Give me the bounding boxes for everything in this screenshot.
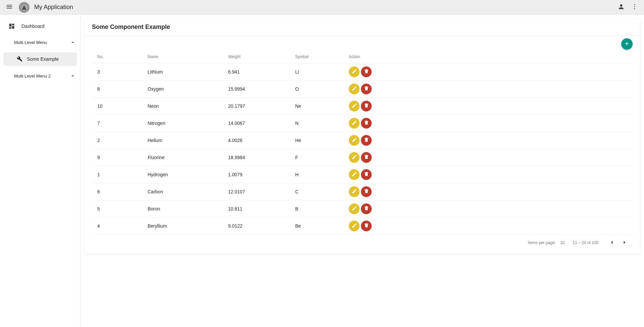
trash-icon — [364, 137, 369, 144]
table-row: 1Hydrogen1.0079H — [92, 166, 633, 183]
table-row: 2Helium4.0026He — [92, 132, 633, 149]
paginator: Items per page: 10 11 – 20 of 100 — [92, 235, 633, 249]
table-row: 4Beryllium9.0122Be — [92, 218, 633, 235]
delete-button[interactable] — [361, 66, 372, 77]
cell-weight: 15.9994 — [223, 81, 290, 98]
trash-icon — [364, 154, 369, 161]
column-header-weight[interactable]: Weight — [223, 50, 290, 63]
cell-name: Carbon — [142, 183, 223, 200]
cell-no: 8 — [92, 81, 142, 98]
app-logo — [19, 2, 30, 13]
pencil-icon — [352, 120, 357, 127]
dashboard-icon — [8, 22, 15, 30]
wrench-icon — [16, 55, 23, 63]
cell-name: Lithium — [142, 63, 223, 81]
pencil-icon — [352, 86, 357, 92]
cell-action — [343, 166, 633, 183]
cell-weight: 10.811 — [223, 200, 290, 218]
pencil-icon — [352, 205, 357, 212]
delete-button[interactable] — [361, 169, 372, 180]
cell-action — [343, 200, 633, 218]
cell-action — [343, 115, 633, 132]
trash-icon — [364, 171, 369, 178]
pencil-icon — [352, 223, 357, 229]
cell-symbol: Be — [290, 218, 343, 235]
cell-name: Boron — [142, 200, 223, 218]
edit-button[interactable] — [349, 152, 360, 163]
delete-button[interactable] — [361, 101, 372, 111]
more-button[interactable] — [628, 1, 641, 14]
cell-name: Hydrogen — [142, 166, 223, 183]
cell-action — [343, 183, 633, 200]
cell-no: 9 — [92, 149, 142, 166]
data-table: No. Name Weight Symbol Action 3Lithium6.… — [92, 50, 633, 235]
edit-button[interactable] — [349, 118, 360, 129]
trash-icon — [364, 120, 369, 127]
delete-button[interactable] — [361, 221, 372, 231]
chevron-left-icon — [608, 239, 615, 247]
cell-action — [343, 63, 633, 81]
paginator-next-button[interactable] — [619, 237, 630, 248]
delete-button[interactable] — [361, 118, 372, 129]
edit-button[interactable] — [349, 84, 360, 94]
cell-symbol: O — [290, 81, 343, 98]
sidebar-item-multi-level-menu[interactable]: Multi Level Menu — [0, 34, 80, 50]
cell-no: 4 — [92, 218, 142, 235]
cell-weight: 9.0122 — [223, 218, 290, 235]
paginator-prev-button[interactable] — [606, 237, 617, 248]
pencil-icon — [352, 154, 357, 161]
column-header-name[interactable]: Name — [142, 50, 223, 63]
edit-button[interactable] — [349, 135, 360, 146]
items-per-page-value[interactable]: 10 — [560, 240, 565, 245]
sidebar-item-multi-level-menu-2[interactable]: Multi Level Menu 2 — [0, 68, 80, 84]
edit-button[interactable] — [349, 203, 360, 214]
cell-symbol: F — [290, 149, 343, 166]
cell-name: Fluorine — [142, 149, 223, 166]
table-row: 7Nitrogen14.0067N — [92, 115, 633, 132]
menu-icon — [6, 3, 13, 11]
delete-button[interactable] — [361, 135, 372, 146]
trash-icon — [364, 188, 369, 195]
sidebar-item-label: Dashboard — [21, 24, 45, 29]
trash-icon — [364, 205, 369, 212]
cell-action — [343, 81, 633, 98]
plus-icon — [624, 41, 630, 48]
app-title: My Application — [34, 4, 73, 11]
add-button[interactable] — [621, 38, 633, 50]
edit-button[interactable] — [349, 101, 360, 111]
column-header-no[interactable]: No. — [92, 50, 142, 63]
menu-toggle-button[interactable] — [3, 1, 16, 14]
more-vert-icon — [631, 3, 638, 11]
edit-button[interactable] — [349, 169, 360, 180]
sidebar-item-dashboard[interactable]: Dashboard — [0, 18, 80, 34]
cell-symbol: Li — [290, 63, 343, 81]
sidebar-item-some-example[interactable]: Some Example — [3, 52, 77, 66]
chevron-right-icon — [621, 239, 628, 247]
app-header: My Application — [0, 0, 644, 15]
table-row: 10Neon20.1797Ne — [92, 98, 633, 115]
column-header-action: Action — [343, 50, 633, 63]
cell-action — [343, 218, 633, 235]
delete-button[interactable] — [361, 84, 372, 94]
pencil-icon — [352, 171, 357, 178]
edit-button[interactable] — [349, 186, 360, 197]
delete-button[interactable] — [361, 186, 372, 197]
cell-no: 6 — [92, 183, 142, 200]
cell-name: Nitrogen — [142, 115, 223, 132]
column-header-symbol[interactable]: Symbol — [290, 50, 343, 63]
delete-button[interactable] — [361, 152, 372, 163]
edit-button[interactable] — [349, 66, 360, 77]
cell-weight: 20.1797 — [223, 98, 290, 115]
account-button[interactable] — [614, 1, 628, 14]
cell-action — [343, 98, 633, 115]
sidebar-item-label: Multi Level Menu 2 — [14, 74, 51, 79]
delete-button[interactable] — [361, 203, 372, 214]
cell-weight: 4.0026 — [223, 132, 290, 149]
edit-button[interactable] — [349, 221, 360, 231]
sidebar-item-label: Some Example — [27, 56, 59, 62]
cell-action — [343, 149, 633, 166]
cell-weight: 6.941 — [223, 63, 290, 81]
cell-weight: 1.0079 — [223, 166, 290, 183]
example-card: Some Component Example No. Name Weig — [85, 19, 640, 254]
table-row: 3Lithium6.941Li — [92, 63, 633, 81]
